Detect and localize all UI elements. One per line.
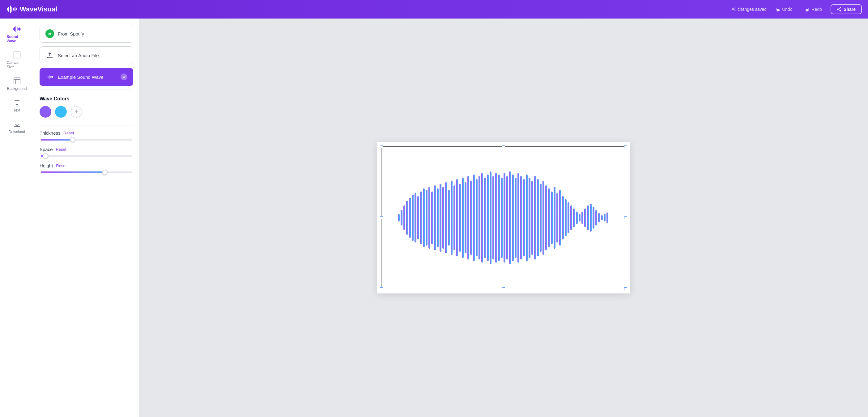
sound-wave-icon bbox=[13, 25, 21, 33]
spotify-button-label: From Spotify bbox=[58, 31, 84, 36]
svg-rect-46 bbox=[442, 187, 444, 249]
svg-rect-47 bbox=[445, 182, 447, 253]
canvas-card[interactable]: // Wave bars data (amplitude values 0-1,… bbox=[377, 142, 630, 293]
svg-rect-38 bbox=[420, 192, 422, 244]
space-header: Space Reset bbox=[39, 147, 133, 152]
svg-rect-93 bbox=[573, 208, 575, 227]
svg-rect-15 bbox=[17, 27, 18, 31]
divider-2 bbox=[39, 125, 133, 125]
svg-rect-33 bbox=[406, 201, 408, 235]
svg-rect-68 bbox=[503, 173, 505, 262]
svg-rect-92 bbox=[570, 205, 572, 230]
svg-rect-79 bbox=[534, 176, 536, 259]
svg-rect-72 bbox=[515, 178, 517, 258]
svg-rect-26 bbox=[49, 75, 50, 79]
svg-rect-81 bbox=[540, 184, 541, 252]
color-purple[interactable] bbox=[39, 106, 51, 118]
thickness-thumb[interactable] bbox=[70, 137, 75, 142]
sidebar-item-text[interactable]: Text bbox=[2, 95, 32, 116]
handle-top-center[interactable] bbox=[502, 145, 505, 148]
sidebar-item-download[interactable]: Download bbox=[2, 117, 32, 137]
svg-rect-91 bbox=[567, 202, 569, 233]
svg-rect-30 bbox=[398, 214, 400, 222]
svg-rect-80 bbox=[537, 179, 539, 256]
sidebar: Sound Wave Canvas Size bbox=[0, 19, 34, 417]
spotify-button[interactable]: From Spotify bbox=[39, 25, 133, 43]
svg-rect-4 bbox=[13, 8, 14, 10]
svg-rect-50 bbox=[454, 185, 455, 250]
height-reset-button[interactable]: Reset bbox=[56, 163, 66, 168]
sidebar-item-sound-wave[interactable]: Sound Wave bbox=[2, 22, 32, 46]
svg-rect-100 bbox=[593, 207, 594, 229]
svg-rect-70 bbox=[509, 171, 511, 264]
check-badge bbox=[121, 73, 127, 80]
svg-rect-77 bbox=[529, 178, 530, 258]
share-button[interactable]: Share bbox=[831, 4, 862, 14]
handle-middle-right[interactable] bbox=[624, 216, 627, 219]
header-actions: All changes saved Undo Redo Share bbox=[732, 4, 862, 14]
svg-rect-60 bbox=[481, 173, 483, 262]
svg-rect-84 bbox=[548, 188, 550, 247]
svg-rect-67 bbox=[501, 178, 503, 258]
svg-rect-71 bbox=[512, 174, 514, 261]
svg-rect-85 bbox=[551, 192, 553, 244]
svg-rect-63 bbox=[490, 171, 492, 264]
svg-rect-44 bbox=[437, 188, 439, 247]
sidebar-item-canvas-size[interactable]: Canvas Size bbox=[2, 47, 32, 72]
add-color-button[interactable]: + bbox=[70, 106, 82, 118]
wave-colors-title: Wave Colors bbox=[39, 96, 133, 102]
svg-rect-1 bbox=[8, 7, 9, 12]
audio-file-button-label: Select an Audio File bbox=[58, 53, 99, 58]
svg-rect-16 bbox=[18, 28, 19, 30]
sidebar-label-background: Background bbox=[7, 87, 27, 91]
svg-rect-36 bbox=[414, 193, 416, 243]
height-track bbox=[41, 171, 132, 173]
thickness-reset-button[interactable]: Reset bbox=[64, 131, 74, 135]
svg-rect-3 bbox=[11, 7, 12, 12]
space-reset-button[interactable]: Reset bbox=[56, 147, 66, 152]
audio-file-button[interactable]: Select an Audio File bbox=[39, 46, 133, 64]
svg-rect-59 bbox=[478, 176, 480, 259]
height-label: Height bbox=[39, 163, 53, 168]
color-row: + bbox=[39, 106, 133, 118]
handle-bottom-center[interactable] bbox=[502, 287, 505, 290]
svg-rect-32 bbox=[403, 205, 405, 230]
handle-bottom-left[interactable] bbox=[380, 287, 383, 290]
handle-bottom-right[interactable] bbox=[624, 287, 627, 290]
svg-rect-35 bbox=[412, 195, 413, 241]
sidebar-label-text: Text bbox=[13, 108, 20, 113]
canvas-size-icon bbox=[13, 51, 21, 59]
svg-rect-66 bbox=[498, 174, 500, 261]
height-header: Height Reset bbox=[39, 163, 133, 168]
svg-point-8 bbox=[837, 9, 838, 10]
space-section: Space Reset bbox=[39, 147, 133, 157]
redo-button[interactable]: Redo bbox=[801, 5, 826, 13]
svg-rect-90 bbox=[565, 199, 567, 236]
svg-rect-49 bbox=[451, 181, 453, 255]
svg-rect-45 bbox=[440, 184, 441, 252]
sidebar-label-sound-wave: Sound Wave bbox=[6, 35, 27, 43]
space-track bbox=[41, 155, 132, 157]
svg-rect-20 bbox=[14, 78, 20, 84]
handle-top-right[interactable] bbox=[624, 145, 627, 148]
svg-rect-24 bbox=[47, 76, 47, 77]
svg-rect-48 bbox=[448, 190, 450, 246]
handle-middle-left[interactable] bbox=[380, 216, 383, 219]
svg-rect-98 bbox=[587, 205, 589, 230]
svg-rect-73 bbox=[518, 173, 519, 262]
space-thumb[interactable] bbox=[43, 153, 48, 159]
svg-rect-34 bbox=[409, 198, 411, 238]
sidebar-item-background[interactable]: Background bbox=[2, 73, 32, 94]
svg-rect-28 bbox=[51, 76, 52, 77]
svg-point-7 bbox=[840, 7, 841, 8]
controls-panel: From Spotify Select an Audio File bbox=[34, 19, 139, 417]
thickness-header: Thickness Reset bbox=[39, 130, 133, 136]
undo-button[interactable]: Undo bbox=[772, 5, 796, 13]
example-wave-button[interactable]: Example Sound Wave bbox=[39, 68, 133, 86]
svg-rect-5 bbox=[14, 7, 16, 11]
color-blue[interactable] bbox=[55, 106, 67, 118]
height-thumb[interactable] bbox=[102, 169, 107, 175]
handle-top-left[interactable] bbox=[380, 145, 383, 148]
svg-rect-101 bbox=[595, 210, 597, 225]
thickness-track bbox=[41, 139, 132, 140]
